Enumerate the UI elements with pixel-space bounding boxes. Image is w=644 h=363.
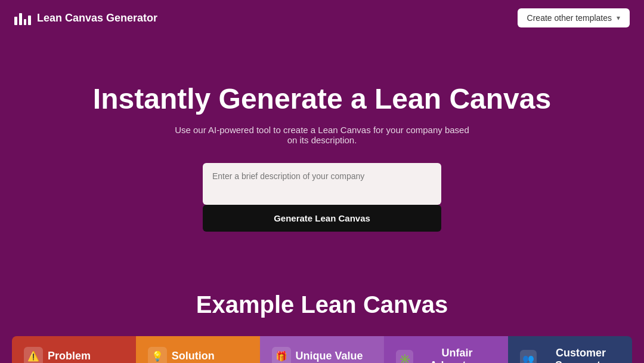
customer-segments-card: 👥 Customer Segments bbox=[508, 336, 632, 363]
unfair-icon-bg: ✳️ bbox=[396, 350, 413, 363]
unique-icon-bg: 🎁 bbox=[272, 347, 291, 363]
canvas-cards-row: ⚠️ Problem 💡 Solution Develop a technolo… bbox=[12, 336, 632, 363]
hero-section: Instantly Generate a Lean Canvas Use our… bbox=[0, 36, 644, 267]
logo-bar-1 bbox=[14, 17, 17, 25]
input-wrapper: Generate Lean Canvas bbox=[203, 163, 441, 232]
problem-card-header: ⚠️ Problem bbox=[24, 347, 124, 363]
chevron-down-icon: ▾ bbox=[617, 14, 620, 22]
segments-card-header: 👥 Customer Segments bbox=[520, 347, 620, 363]
warning-icon: ⚠️ bbox=[25, 348, 42, 363]
unique-card-header: 🎁 Unique Value bbox=[272, 347, 372, 363]
example-title: Example Lean Canvas bbox=[12, 291, 632, 318]
header: Lean Canvas Generator Create other templ… bbox=[0, 0, 644, 36]
gift-icon: 🎁 bbox=[273, 348, 290, 363]
segments-icon-bg: 👥 bbox=[520, 350, 537, 363]
logo-bar-3 bbox=[24, 19, 27, 25]
logo-bar-4 bbox=[28, 16, 31, 25]
app-title: Lean Canvas Generator bbox=[37, 12, 157, 24]
solution-icon-bg: 💡 bbox=[148, 347, 167, 363]
create-templates-button[interactable]: Create other templates ▾ bbox=[518, 8, 630, 27]
logo-bar-2 bbox=[19, 13, 22, 25]
logo-area: Lean Canvas Generator bbox=[14, 11, 157, 25]
lightbulb-icon: 💡 bbox=[149, 348, 166, 363]
problem-card-title: Problem bbox=[48, 350, 91, 362]
hero-title: Instantly Generate a Lean Canvas bbox=[93, 84, 551, 115]
solution-card-title: Solution bbox=[172, 350, 215, 362]
logo-icon bbox=[14, 11, 31, 25]
create-templates-label: Create other templates bbox=[527, 13, 612, 23]
unfair-advantage-card: ✳️ Unfair Advantage Innovation. Google P… bbox=[383, 336, 508, 363]
segments-card-title: Customer Segments bbox=[541, 347, 620, 363]
company-description-input[interactable] bbox=[203, 163, 441, 205]
problem-card: ⚠️ Problem bbox=[12, 336, 136, 363]
unique-card-title: Unique Value bbox=[296, 350, 363, 362]
generate-btn-label: Generate Lean Canvas bbox=[274, 213, 370, 223]
unfair-card-title: Unfair Advantage bbox=[418, 347, 496, 363]
unfair-card-header: ✳️ Unfair Advantage bbox=[396, 347, 496, 363]
generate-lean-canvas-button[interactable]: Generate Lean Canvas bbox=[203, 205, 441, 232]
example-section: Example Lean Canvas ⚠️ Problem 💡 Solutio… bbox=[0, 267, 644, 363]
sparkle-icon: ✳️ bbox=[397, 351, 413, 363]
people-icon: 👥 bbox=[520, 351, 537, 363]
solution-card: 💡 Solution Develop a technology that wou… bbox=[136, 336, 260, 363]
unique-value-card: 🎁 Unique Value bbox=[260, 336, 384, 363]
solution-card-header: 💡 Solution bbox=[148, 347, 248, 363]
problem-icon-bg: ⚠️ bbox=[24, 347, 43, 363]
hero-subtitle: Use our AI-powered tool to create a Lean… bbox=[173, 125, 471, 145]
